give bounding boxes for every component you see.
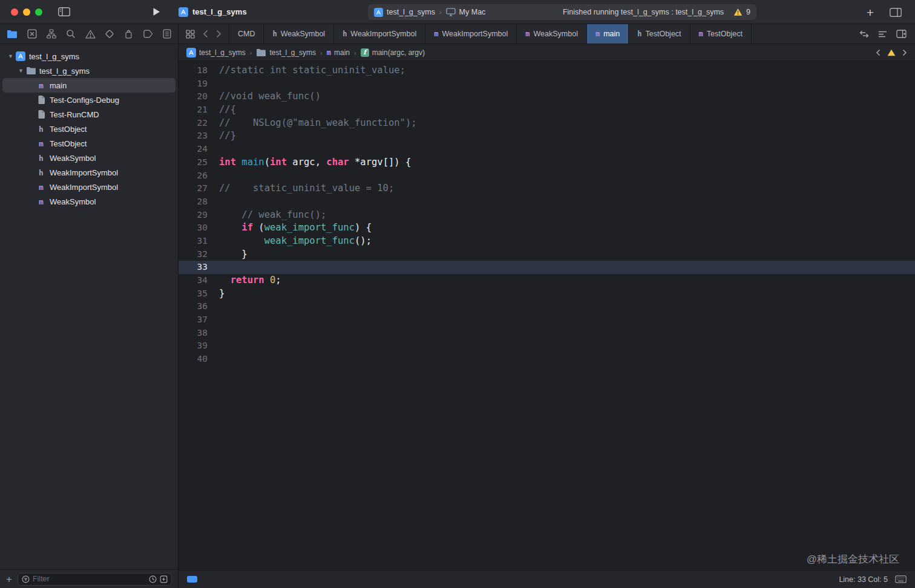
breadcrumb-item-main[interactable]: mmain <box>327 48 350 57</box>
line-number[interactable]: 34 <box>179 274 208 287</box>
filter-input[interactable] <box>33 575 146 583</box>
line-number[interactable]: 37 <box>179 313 208 327</box>
code-line-20[interactable]: 20//void weak_func() <box>179 90 915 103</box>
warning-issue-icon[interactable] <box>887 49 896 56</box>
tab-weakimportsymbol[interactable]: hWeakImportSymbol <box>334 24 425 44</box>
run-button[interactable] <box>152 7 160 16</box>
code-line-36[interactable]: 36 <box>179 300 915 313</box>
line-number[interactable]: 40 <box>179 353 208 366</box>
line-number[interactable]: 33 <box>179 261 208 274</box>
line-number[interactable]: 35 <box>179 287 208 301</box>
code-line-40[interactable]: 40 <box>179 353 915 366</box>
tree-item-testobject[interactable]: hTestObject <box>2 122 175 136</box>
toggle-navigator-icon[interactable] <box>58 7 70 16</box>
library-button[interactable]: + <box>867 6 874 19</box>
tree-item-test-runcmd[interactable]: Test-RunCMD <box>2 107 175 122</box>
tree-item-test-l-g-syms[interactable]: ▼test_l_g_syms <box>2 49 175 64</box>
reports-navigator-tab[interactable] <box>163 29 171 39</box>
tree-item-weakimportsymbol[interactable]: mWeakImportSymbol <box>2 180 175 194</box>
tree-item-testobject[interactable]: mTestObject <box>2 136 175 151</box>
tab-overview-icon[interactable] <box>186 30 195 39</box>
tab-weaksymbol[interactable]: mWeakSymbol <box>517 24 587 44</box>
code-line-18[interactable]: 18//static int static_uninit_value; <box>179 64 915 77</box>
breadcrumb-item-test-l-g-syms[interactable]: test_l_g_syms <box>256 48 316 57</box>
debug-navigator-tab[interactable] <box>124 29 133 39</box>
add-file-button[interactable]: + <box>6 574 12 584</box>
tab-testobject[interactable]: hTestObject <box>629 24 690 44</box>
warning-count[interactable]: 9 <box>746 8 750 16</box>
breadcrumb-item-test-l-g-syms[interactable]: test_l_g_syms <box>186 48 246 57</box>
code-line-30[interactable]: 30 if (weak_import_func) { <box>179 221 915 235</box>
code-line-35[interactable]: 35} <box>179 287 915 301</box>
line-number[interactable]: 38 <box>179 327 208 340</box>
code-line-28[interactable]: 28 <box>179 195 915 209</box>
line-number[interactable]: 39 <box>179 339 208 353</box>
tree-item-weaksymbol[interactable]: hWeakSymbol <box>2 151 175 165</box>
add-editor-icon[interactable] <box>896 30 907 38</box>
editor-options-icon[interactable] <box>878 30 887 38</box>
code-line-23[interactable]: 23//} <box>179 129 915 143</box>
breakpoints-toggle-icon[interactable] <box>187 576 197 583</box>
line-number[interactable]: 25 <box>179 156 208 169</box>
line-number[interactable]: 23 <box>179 129 208 143</box>
tab-cmd[interactable]: CMD <box>229 24 264 44</box>
breadcrumb-item-main-argc-argv-[interactable]: fmain(argc, argv) <box>361 48 425 57</box>
tree-item-weakimportsymbol[interactable]: hWeakImportSymbol <box>2 165 175 180</box>
project-navigator-tab[interactable] <box>7 30 18 39</box>
line-number[interactable]: 31 <box>179 235 208 248</box>
line-number[interactable]: 18 <box>179 64 208 77</box>
scheme-name[interactable]: test_l_g_syms <box>387 8 435 16</box>
code-line-27[interactable]: 27// static_uninit_value = 10; <box>179 182 915 195</box>
tree-item-test-l-g-syms[interactable]: ▼test_l_g_syms <box>2 64 175 78</box>
code-line-33[interactable]: 33 <box>179 261 915 274</box>
back-button[interactable] <box>203 30 208 38</box>
code-line-34[interactable]: 34 return 0; <box>179 274 915 287</box>
code-line-38[interactable]: 38 <box>179 327 915 340</box>
code-line-24[interactable]: 24 <box>179 143 915 156</box>
line-number[interactable]: 20 <box>179 90 208 103</box>
tests-navigator-tab[interactable] <box>105 29 114 39</box>
code-line-21[interactable]: 21//{ <box>179 103 915 117</box>
tab-testobject[interactable]: mTestObject <box>690 24 752 44</box>
tree-item-weaksymbol[interactable]: mWeakSymbol <box>2 194 175 209</box>
previous-issue-button[interactable] <box>876 49 881 56</box>
line-number[interactable]: 22 <box>179 117 208 130</box>
code-line-39[interactable]: 39 <box>179 339 915 353</box>
line-number[interactable]: 36 <box>179 300 208 313</box>
code-line-25[interactable]: 25int main(int argc, char *argv[]) { <box>179 156 915 169</box>
issues-navigator-tab[interactable] <box>85 30 96 39</box>
code-line-29[interactable]: 29 // weak_func(); <box>179 209 915 222</box>
disclosure-chevron-icon[interactable]: ▼ <box>6 53 15 59</box>
line-number[interactable]: 21 <box>179 103 208 117</box>
find-navigator-tab[interactable] <box>66 29 76 39</box>
forward-button[interactable] <box>216 30 221 38</box>
code-line-31[interactable]: 31 weak_import_func(); <box>179 235 915 248</box>
source-control-navigator-tab[interactable] <box>27 29 37 39</box>
line-number[interactable]: 24 <box>179 143 208 156</box>
code-line-26[interactable]: 26 <box>179 169 915 183</box>
breakpoints-navigator-tab[interactable] <box>143 30 153 38</box>
line-number[interactable]: 27 <box>179 182 208 195</box>
tab-weaksymbol[interactable]: hWeakSymbol <box>264 24 334 44</box>
tab-weakimportsymbol[interactable]: mWeakImportSymbol <box>425 24 517 44</box>
minimize-window-button[interactable] <box>23 8 30 16</box>
close-window-button[interactable] <box>11 8 18 16</box>
tab-main[interactable]: mmain <box>587 24 629 44</box>
recents-filter-icon[interactable] <box>149 575 157 583</box>
line-number[interactable]: 30 <box>179 221 208 235</box>
toggle-inspector-button[interactable] <box>890 8 902 17</box>
code-line-22[interactable]: 22// NSLog(@"main_weak_function"); <box>179 117 915 130</box>
line-number[interactable]: 26 <box>179 169 208 183</box>
code-line-37[interactable]: 37 <box>179 313 915 327</box>
source-editor[interactable]: 18//static int static_uninit_value;1920/… <box>179 61 915 570</box>
zoom-window-button[interactable] <box>35 8 42 16</box>
code-line-32[interactable]: 32 } <box>179 248 915 261</box>
run-destination[interactable]: My Mac <box>459 8 486 16</box>
warning-icon[interactable] <box>733 8 743 16</box>
line-number[interactable]: 32 <box>179 248 208 261</box>
symbols-navigator-tab[interactable] <box>47 29 56 39</box>
next-issue-button[interactable] <box>902 49 907 56</box>
tree-item-main[interactable]: mmain <box>2 78 175 93</box>
line-number[interactable]: 19 <box>179 77 208 91</box>
line-number[interactable]: 28 <box>179 195 208 209</box>
